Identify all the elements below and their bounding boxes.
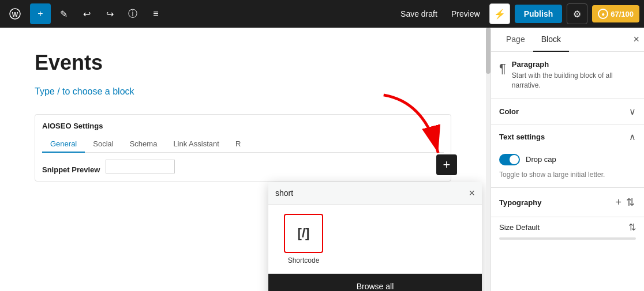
lightning-button[interactable]: ⚡	[489, 3, 510, 24]
block-search-close-button[interactable]: ×	[469, 188, 475, 198]
editor-scrollbar[interactable]	[486, 28, 491, 291]
browse-all-button[interactable]: Browse all	[268, 274, 482, 291]
aioseo-tab-r[interactable]: R	[227, 136, 249, 153]
score-badge-button[interactable]: ● 67/100	[592, 5, 639, 22]
main-content: Events Type / to choose a block + AIOSEO…	[0, 28, 644, 291]
sidebar-close-button[interactable]: ×	[633, 33, 639, 46]
list-icon: ≡	[153, 9, 158, 19]
aioseo-tab-schema[interactable]: Schema	[122, 136, 166, 153]
text-settings-title: Text settings	[499, 133, 545, 141]
block-info-section: ¶ Paragraph Start with the building bloc…	[491, 52, 644, 99]
undo-button[interactable]: ↩	[76, 3, 97, 24]
color-section-header[interactable]: Color ∨	[491, 99, 644, 124]
block-name: Paragraph	[512, 60, 636, 69]
scrollbar-thumb[interactable]	[486, 28, 491, 74]
block-items-list: [/] Shortcode	[268, 205, 482, 274]
page-title: Events	[35, 51, 451, 75]
size-slider-bar[interactable]	[499, 237, 636, 240]
aioseo-tab-general[interactable]: General	[42, 136, 85, 153]
size-sliders-button[interactable]: ⇅	[628, 222, 636, 233]
block-description: Start with the building block of all nar…	[512, 71, 636, 90]
aioseo-tab-social[interactable]: Social	[85, 136, 121, 153]
publish-button[interactable]: Publish	[515, 5, 563, 23]
typography-section-header[interactable]: Typography + ⇅	[491, 188, 644, 217]
score-value: 67/100	[611, 10, 634, 18]
toolbar: W + ✎ ↩ ↪ ⓘ ≡ Save draft Preview ⚡ Publi…	[0, 0, 644, 28]
aioseo-settings-panel: AIOSEO Settings General Social Schema Li…	[35, 114, 451, 182]
toggle-knob	[510, 155, 519, 164]
sidebar-tab-bar: Page Block ×	[491, 28, 644, 52]
shortcode-block-item[interactable]: [/] Shortcode	[278, 214, 330, 264]
aioseo-tabs: General Social Schema Link Assistant R	[42, 136, 444, 153]
text-settings-toggle-button[interactable]: ∧	[629, 131, 636, 142]
shortcode-block-label: Shortcode	[288, 256, 320, 264]
snippet-preview-label: Snippet Preview	[42, 165, 100, 174]
block-details: Paragraph Start with the building block …	[512, 60, 636, 90]
add-block-area: +	[436, 154, 457, 175]
undo-icon: ↩	[83, 9, 91, 20]
info-button[interactable]: ⓘ	[122, 3, 143, 24]
preview-button[interactable]: Preview	[447, 6, 485, 22]
redo-button[interactable]: ↪	[99, 3, 120, 24]
size-row: Size Default ⇅	[491, 217, 644, 237]
color-section-toggle-button[interactable]: ∨	[629, 106, 636, 117]
block-search-input[interactable]	[275, 188, 469, 198]
text-settings-content: Drop cap Toggle to show a large initial …	[491, 149, 644, 188]
sidebar-tab-block[interactable]: Block	[533, 28, 569, 52]
size-label: Size Default	[499, 223, 540, 232]
redo-icon: ↪	[106, 9, 114, 20]
save-draft-button[interactable]: Save draft	[396, 6, 442, 22]
settings-button[interactable]: ⚙	[567, 3, 587, 24]
right-sidebar: Page Block × ¶ Paragraph Start with the …	[491, 28, 644, 291]
drop-cap-toggle[interactable]	[499, 154, 520, 165]
block-search-popup: × [/] Shortcode Browse all	[268, 182, 482, 291]
shortcode-block-icon: [/]	[284, 214, 323, 253]
placeholder-type: Type / to choose a block	[35, 86, 134, 96]
color-section: Color ∨	[491, 99, 644, 124]
typography-actions: + ⇅	[614, 195, 636, 210]
paragraph-icon: ¶	[499, 61, 506, 76]
color-section-title: Color	[499, 107, 519, 116]
score-circle-icon: ●	[598, 9, 608, 19]
toolbar-right: Save draft Preview ⚡ Publish ⚙ ● 67/100	[396, 3, 639, 24]
typography-section: Typography + ⇅ Size Default ⇅	[491, 188, 644, 244]
snippet-preview-row: Snippet Preview	[42, 158, 444, 174]
plus-icon-inline: +	[443, 157, 451, 172]
typography-section-title: Typography	[499, 198, 541, 207]
text-settings-section: Text settings ∧ Drop cap Toggle to show …	[491, 124, 644, 188]
typography-add-button[interactable]: +	[614, 195, 623, 210]
edit-button[interactable]: ✎	[53, 3, 74, 24]
typography-sliders-button[interactable]: ⇅	[625, 195, 636, 210]
svg-text:W: W	[12, 11, 18, 18]
editor-area: Events Type / to choose a block + AIOSEO…	[0, 28, 486, 291]
drop-cap-row: Drop cap	[499, 154, 636, 165]
snippet-input[interactable]	[106, 160, 175, 173]
add-block-inline-button[interactable]: +	[436, 154, 457, 175]
wp-logo: W	[5, 3, 25, 24]
block-placeholder[interactable]: Type / to choose a block	[35, 86, 451, 97]
edit-icon: ✎	[60, 9, 68, 20]
lightning-icon: ⚡	[494, 9, 506, 20]
aioseo-tab-link-assistant[interactable]: Link Assistant	[165, 136, 227, 153]
block-search-bar: ×	[268, 182, 482, 205]
info-icon: ⓘ	[128, 8, 137, 20]
drop-cap-label: Drop cap	[526, 155, 556, 164]
plus-icon: +	[38, 9, 43, 19]
add-block-toolbar-button[interactable]: +	[30, 3, 51, 24]
text-settings-header[interactable]: Text settings ∧	[491, 124, 644, 149]
drop-cap-description: Toggle to show a large initial letter.	[499, 170, 636, 180]
gear-icon: ⚙	[573, 9, 581, 20]
aioseo-title: AIOSEO Settings	[42, 122, 444, 130]
shortcode-icon-text: [/]	[298, 226, 310, 241]
list-view-button[interactable]: ≡	[145, 3, 166, 24]
sidebar-tab-page[interactable]: Page	[498, 28, 533, 52]
